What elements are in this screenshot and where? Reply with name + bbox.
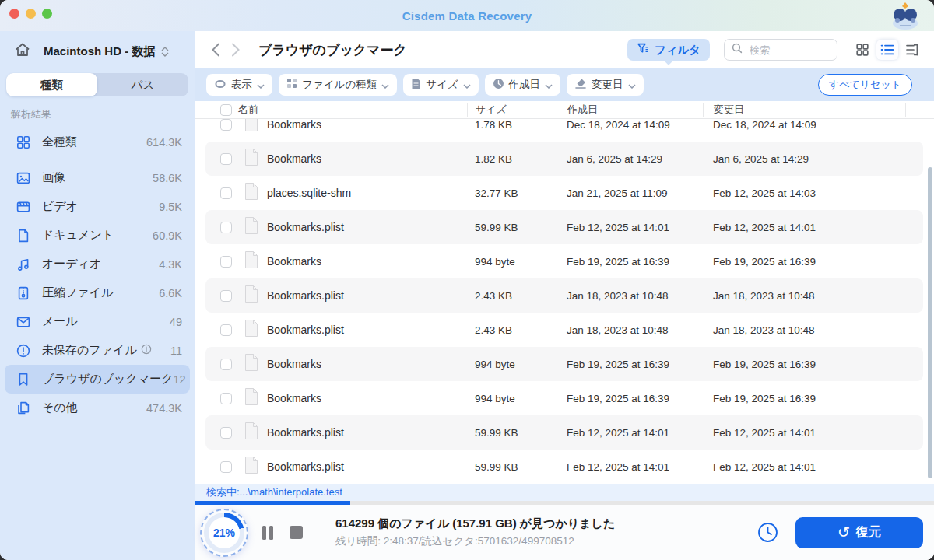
sidebar-item-browser-bookmarks[interactable]: ブラウザのブックマーク 12	[5, 365, 190, 394]
file-created: Feb 12, 2025 at 14:01	[557, 427, 703, 439]
chevron-down-icon	[545, 78, 553, 92]
recover-button[interactable]: ↺ 復元	[795, 517, 923, 548]
app-title: Cisdem Data Recovery	[0, 0, 934, 31]
select-all-checkbox[interactable]	[220, 104, 232, 116]
funnel-icon	[637, 42, 649, 58]
sidebar-item-unsaved-files[interactable]: 未保存のファイル 11	[5, 336, 190, 365]
row-checkbox[interactable]	[220, 187, 232, 199]
file-icon	[244, 422, 259, 443]
sidebar-item-all-types[interactable]: 全種類 614.3K	[5, 128, 190, 156]
filter-bar: 表示 ファイルの種類 サイズ	[195, 68, 934, 101]
file-name: Bookmarks	[267, 392, 321, 404]
row-checkbox[interactable]	[220, 324, 232, 336]
row-checkbox[interactable]	[220, 359, 232, 370]
row-checkbox[interactable]	[220, 427, 232, 439]
category-label: 未保存のファイル	[42, 343, 137, 358]
filter-chip-created[interactable]: 作成日	[485, 74, 561, 96]
file-size: 59.99 KB	[467, 222, 557, 233]
scan-summary: 614299 個のファイル (157.91 GB) が見つかりました 残り時間:…	[335, 516, 615, 548]
device-name: Macintosh HD - 数据	[44, 44, 155, 59]
row-checkbox[interactable]	[220, 222, 232, 233]
row-checkbox[interactable]	[220, 290, 232, 302]
file-created: Jan 18, 2023 at 10:48	[557, 290, 703, 302]
forward-icon[interactable]	[226, 40, 246, 60]
table-row[interactable]: Bookmarks 994 byte Feb 19, 2025 at 16:39…	[205, 244, 923, 278]
reset-all-button[interactable]: すべてリセット	[818, 74, 912, 96]
file-created: Jan 21, 2025 at 11:09	[557, 187, 703, 199]
main-toolbar: ブラウザのブックマーク フィルタ	[195, 31, 934, 68]
table-row[interactable]: Bookmarks.plist 59.99 KB Feb 12, 2025 at…	[205, 415, 923, 450]
table-header: 名前 サイズ 作成日 変更日	[195, 101, 934, 119]
sidebar-item-images[interactable]: 画像 58.6K	[5, 163, 190, 192]
tab-type[interactable]: 種類	[6, 73, 97, 96]
history-clock-icon[interactable]	[757, 522, 778, 543]
file-size: 2.43 KB	[467, 324, 557, 336]
file-icon	[244, 216, 259, 238]
file-size: 1.78 KB	[467, 119, 557, 131]
file-modified: Feb 19, 2025 at 16:39	[703, 393, 905, 404]
mascot-upgrade-icon[interactable]	[887, 1, 923, 33]
table-row[interactable]: Bookmarks.plist 2.43 KB Jan 18, 2023 at …	[205, 313, 923, 347]
types-icon	[286, 78, 297, 92]
file-name: Bookmarks	[267, 255, 321, 268]
row-checkbox[interactable]	[220, 119, 232, 131]
file-size: 2.43 KB	[467, 290, 557, 302]
stop-icon[interactable]	[290, 526, 303, 539]
sidebar-item-documents[interactable]: ドキュメント 60.9K	[5, 221, 190, 250]
tab-path[interactable]: パス	[97, 73, 188, 96]
search-box[interactable]	[724, 39, 837, 61]
size-icon	[411, 78, 421, 93]
row-checkbox[interactable]	[220, 153, 232, 165]
back-icon[interactable]	[205, 40, 226, 60]
sidebar-item-archives[interactable]: 圧縮ファイル 6.6K	[5, 278, 190, 307]
filter-chip-file-type[interactable]: ファイルの種類	[279, 74, 397, 96]
archive-icon	[16, 285, 31, 301]
file-modified: Feb 12, 2025 at 14:03	[703, 187, 905, 199]
file-name: Bookmarks.plist	[267, 221, 344, 233]
column-size[interactable]: サイズ	[467, 103, 557, 117]
search-input[interactable]	[748, 44, 826, 57]
filter-chip-size[interactable]: サイズ	[403, 74, 478, 96]
vertical-scrollbar[interactable]	[928, 167, 932, 478]
file-modified: Jan 18, 2023 at 10:48	[703, 324, 905, 336]
column-modified[interactable]: 変更日	[703, 103, 905, 117]
table-row[interactable]: Bookmarks 1.78 KB Dec 18, 2024 at 14:09 …	[205, 119, 923, 142]
row-checkbox[interactable]	[220, 461, 232, 473]
sidebar-item-videos[interactable]: ビデオ 9.5K	[5, 192, 190, 221]
sidebar-item-mail[interactable]: メール 49	[5, 307, 190, 336]
edit-icon	[574, 78, 587, 92]
file-size: 59.99 KB	[467, 427, 557, 439]
home-icon[interactable]	[14, 41, 31, 61]
file-size: 32.77 KB	[467, 187, 557, 199]
table-row[interactable]: Bookmarks 994 byte Feb 19, 2025 at 16:39…	[205, 347, 923, 381]
eye-icon	[214, 78, 226, 92]
row-checkbox[interactable]	[220, 393, 232, 404]
column-name[interactable]: 名前	[238, 103, 258, 117]
table-row[interactable]: places.sqlite-shm 32.77 KB Jan 21, 2025 …	[205, 176, 923, 210]
file-modified: Dec 18, 2024 at 14:09	[703, 119, 905, 131]
table-row[interactable]: Bookmarks 994 byte Feb 19, 2025 at 16:39…	[205, 381, 923, 415]
table-row[interactable]: Bookmarks.plist 59.99 KB Feb 12, 2025 at…	[205, 450, 923, 484]
table-row[interactable]: Bookmarks.plist 59.99 KB Feb 12, 2025 at…	[205, 210, 923, 244]
grid-icon	[16, 135, 31, 150]
filter-chip-display[interactable]: 表示	[206, 74, 272, 96]
filter-button[interactable]: フィルタ	[627, 39, 710, 61]
file-name: Bookmarks	[267, 358, 321, 370]
list-view-icon[interactable]	[876, 40, 898, 60]
file-icon	[244, 119, 259, 135]
row-checkbox[interactable]	[220, 256, 232, 268]
sidebar-item-audio[interactable]: オーディオ 4.3K	[5, 250, 190, 278]
detail-view-icon[interactable]	[901, 40, 923, 60]
grid-view-icon[interactable]	[851, 40, 873, 60]
file-modified: Jan 18, 2023 at 10:48	[703, 290, 905, 302]
pause-icon[interactable]	[262, 526, 273, 540]
filter-chip-modified[interactable]: 変更日	[567, 74, 644, 96]
table-row[interactable]: Bookmarks 1.82 KB Jan 6, 2025 at 14:29 J…	[205, 142, 923, 176]
column-extra	[905, 103, 934, 117]
table-row[interactable]: Bookmarks.plist 2.43 KB Jan 18, 2023 at …	[205, 278, 923, 313]
device-selector[interactable]: Macintosh HD - 数据	[0, 37, 195, 65]
column-created[interactable]: 作成日	[557, 103, 703, 117]
info-icon[interactable]	[141, 344, 152, 357]
chevron-down-icon	[257, 78, 265, 92]
sidebar-item-others[interactable]: その他 474.3K	[5, 394, 190, 422]
